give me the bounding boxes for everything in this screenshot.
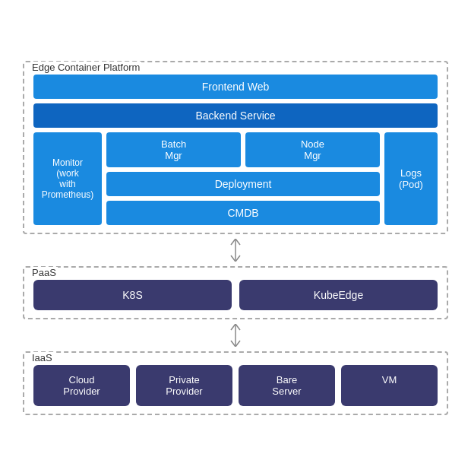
kubeedge-block: KubeEdge [239,280,438,310]
middle-group: Batch Mgr Node Mgr Deployment CMDB [106,132,380,225]
logs-block: Logs (Pod) [384,132,438,225]
node-mgr-block: Node Mgr [245,132,380,167]
bare-server-block: Bare Server [239,365,335,406]
cloud-provider-block: Cloud Provider [33,365,130,406]
monitor-block: Monitor (work with Prometheus) [33,132,102,225]
iaas-layer: IaaS Cloud Provider Private Provider Bar… [23,351,448,415]
deployment-block: Deployment [106,172,380,196]
iaas-label: IaaS [30,352,54,363]
architecture-diagram: Edge Container Platform Frontend Web Bac… [15,53,456,423]
k8s-block: K8S [33,280,232,310]
private-provider-block: Private Provider [136,365,232,406]
paas-layer: PaaS K8S KubeEdge [23,266,448,319]
batch-mgr-block: Batch Mgr [106,132,241,167]
vm-block: VM [341,365,438,406]
ecp-layer: Edge Container Platform Frontend Web Bac… [23,61,448,234]
ecp-label: Edge Container Platform [30,62,141,73]
arrow-paas-iaas [23,324,448,347]
paas-label: PaaS [30,267,58,278]
backend-service-block: Backend Service [33,103,438,128]
arrow-ecp-paas [23,239,448,262]
cmdb-block: CMDB [106,201,380,225]
frontend-web-block: Frontend Web [33,75,438,99]
